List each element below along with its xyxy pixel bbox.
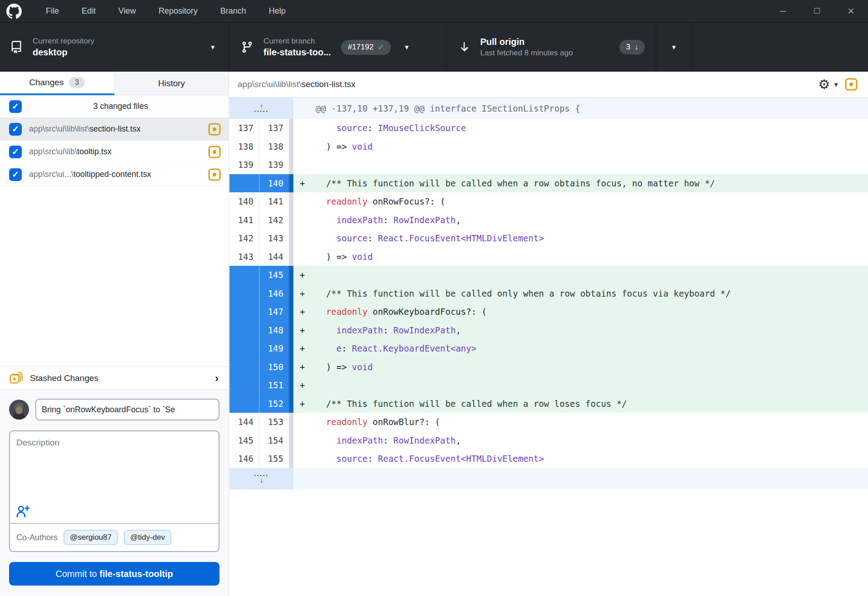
gutter-strip bbox=[289, 284, 293, 303]
diff-options-button[interactable]: ⚙ ▼ bbox=[818, 78, 839, 91]
old-line-number[interactable]: 139 bbox=[229, 156, 259, 174]
code-line: ) => void bbox=[293, 137, 868, 156]
tab-history[interactable]: History bbox=[114, 72, 229, 95]
old-line-number[interactable] bbox=[229, 266, 259, 284]
gutter-strip bbox=[289, 303, 293, 321]
current-branch-button[interactable]: Current branch file-status-too... #17192… bbox=[229, 23, 447, 72]
avatar bbox=[9, 400, 29, 420]
new-line-number[interactable]: 137 bbox=[259, 119, 289, 137]
file-checkbox[interactable]: ✓ bbox=[9, 168, 22, 181]
chevron-down-icon: ▼ bbox=[833, 81, 839, 88]
modified-status-icon bbox=[208, 145, 221, 159]
old-line-number[interactable] bbox=[229, 174, 259, 193]
maximize-button[interactable]: ☐ bbox=[800, 0, 834, 22]
menu-item-view[interactable]: View bbox=[107, 0, 147, 22]
old-line-number[interactable] bbox=[229, 339, 259, 358]
changed-file-row[interactable]: ✓ app\src\ui\lib\tooltip.tsx bbox=[0, 141, 229, 163]
new-line-number[interactable]: 142 bbox=[259, 211, 289, 230]
old-line-number[interactable]: 142 bbox=[229, 229, 259, 248]
gutter-strip bbox=[289, 174, 293, 193]
new-line-number[interactable]: 145 bbox=[259, 266, 289, 284]
expand-down-filler bbox=[293, 468, 868, 489]
old-line-number[interactable]: 143 bbox=[229, 248, 259, 266]
new-line-number[interactable]: 146 bbox=[259, 284, 289, 303]
coauthor-pill[interactable]: @tidy-dev bbox=[124, 530, 171, 545]
gutter-strip bbox=[289, 119, 293, 137]
diff-line-row: 140 141 readonly onRowFocus?: ( bbox=[229, 192, 868, 211]
commit-description-textarea[interactable] bbox=[10, 431, 219, 505]
old-line-number[interactable] bbox=[229, 358, 259, 376]
commit-summary-input[interactable] bbox=[35, 399, 219, 420]
file-path: app\src\ui\lib\list\section-list.tsx bbox=[29, 124, 200, 134]
file-checkbox[interactable]: ✓ bbox=[9, 123, 22, 136]
old-line-number[interactable]: 138 bbox=[229, 137, 259, 156]
new-line-number[interactable]: 149 bbox=[259, 339, 289, 358]
new-line-number[interactable]: 152 bbox=[259, 395, 289, 413]
menu-item-edit[interactable]: Edit bbox=[70, 0, 107, 22]
pull-options-dropdown[interactable]: ▼ bbox=[656, 23, 692, 72]
behind-count-badge: 3 ↓ bbox=[619, 40, 645, 54]
diff-line-row: 149 + e: React.KeyboardEvent<any> bbox=[229, 339, 868, 358]
current-repository-button[interactable]: Current repository desktop ▼ bbox=[0, 23, 229, 72]
old-line-number[interactable]: 146 bbox=[229, 449, 259, 468]
diff-marker: + bbox=[300, 399, 316, 409]
commit-button-branch: file-status-tooltip bbox=[99, 569, 173, 579]
new-line-number[interactable]: 144 bbox=[259, 248, 289, 266]
stashed-changes-row[interactable]: Stashed Changes › bbox=[0, 366, 229, 389]
new-line-number[interactable]: 151 bbox=[259, 376, 289, 395]
old-line-number[interactable]: 140 bbox=[229, 192, 259, 211]
new-line-number[interactable]: 148 bbox=[259, 321, 289, 340]
new-line-number[interactable]: 154 bbox=[259, 431, 289, 450]
window-controls: ─ ☐ ✕ bbox=[766, 0, 868, 22]
old-line-number[interactable] bbox=[229, 284, 259, 303]
changed-file-row[interactable]: ✓ app\src\ui...\tooltipped-content.tsx bbox=[0, 163, 229, 186]
old-line-number[interactable] bbox=[229, 303, 259, 321]
changed-file-row[interactable]: ✓ app\src\ui\lib\list\section-list.tsx bbox=[0, 118, 229, 141]
old-line-number[interactable] bbox=[229, 376, 259, 395]
chevron-down-icon: ▼ bbox=[404, 44, 410, 51]
diff-marker: + bbox=[300, 343, 316, 353]
menu-item-help[interactable]: Help bbox=[258, 0, 297, 22]
code-line: source: IMouseClickSource bbox=[293, 119, 868, 137]
tab-changes[interactable]: Changes 3 bbox=[0, 72, 114, 95]
current-repository-label: Current repository bbox=[33, 37, 94, 46]
old-line-number[interactable] bbox=[229, 395, 259, 413]
diff-marker: + bbox=[300, 362, 316, 372]
old-line-number[interactable]: 144 bbox=[229, 413, 259, 431]
diff-marker: + bbox=[300, 270, 316, 280]
expand-down-row: ••••• ↓ bbox=[229, 468, 868, 489]
coauthor-pill[interactable]: @sergiou87 bbox=[63, 530, 118, 545]
new-line-number[interactable]: 141 bbox=[259, 192, 289, 211]
select-all-checkbox[interactable]: ✓ bbox=[9, 100, 22, 113]
check-icon: ✓ bbox=[378, 43, 384, 52]
new-line-number[interactable]: 143 bbox=[259, 229, 289, 248]
pull-origin-button[interactable]: Pull origin Last fetched 8 minutes ago 3… bbox=[447, 23, 656, 72]
old-line-number[interactable] bbox=[229, 321, 259, 340]
menu-item-file[interactable]: File bbox=[34, 0, 70, 22]
menu-item-repository[interactable]: Repository bbox=[147, 0, 209, 22]
gutter-strip bbox=[289, 395, 293, 413]
close-button[interactable]: ✕ bbox=[834, 0, 868, 22]
old-line-number[interactable]: 137 bbox=[229, 119, 259, 137]
diff-line-row: 147 + readonly onRowKeyboardFocus?: ( bbox=[229, 303, 868, 321]
file-checkbox[interactable]: ✓ bbox=[9, 146, 22, 158]
gutter-strip bbox=[289, 192, 293, 211]
minimize-button[interactable]: ─ bbox=[766, 0, 800, 22]
old-line-number[interactable]: 141 bbox=[229, 211, 259, 230]
new-line-number[interactable]: 147 bbox=[259, 303, 289, 321]
toolbar: Current repository desktop ▼ Current bra… bbox=[0, 23, 868, 72]
old-line-number[interactable]: 145 bbox=[229, 431, 259, 450]
expand-up-button[interactable]: ↑ ••••• bbox=[229, 98, 293, 119]
new-line-number[interactable]: 153 bbox=[259, 413, 289, 431]
new-line-number[interactable]: 150 bbox=[259, 358, 289, 376]
hunk-header-text: @@ -137,10 +137,19 @@ interface ISection… bbox=[293, 98, 868, 119]
add-coauthor-button[interactable] bbox=[10, 505, 219, 523]
new-line-number[interactable]: 138 bbox=[259, 137, 289, 156]
expand-down-button[interactable]: ••••• ↓ bbox=[229, 468, 293, 489]
commit-description-box: Co-Authors @sergiou87@tidy-dev bbox=[9, 430, 219, 552]
menu-item-branch[interactable]: Branch bbox=[209, 0, 258, 22]
commit-button[interactable]: Commit to file-status-tooltip bbox=[9, 562, 219, 586]
new-line-number[interactable]: 155 bbox=[259, 449, 289, 468]
new-line-number[interactable]: 140 bbox=[259, 174, 289, 193]
new-line-number[interactable]: 139 bbox=[259, 156, 289, 174]
